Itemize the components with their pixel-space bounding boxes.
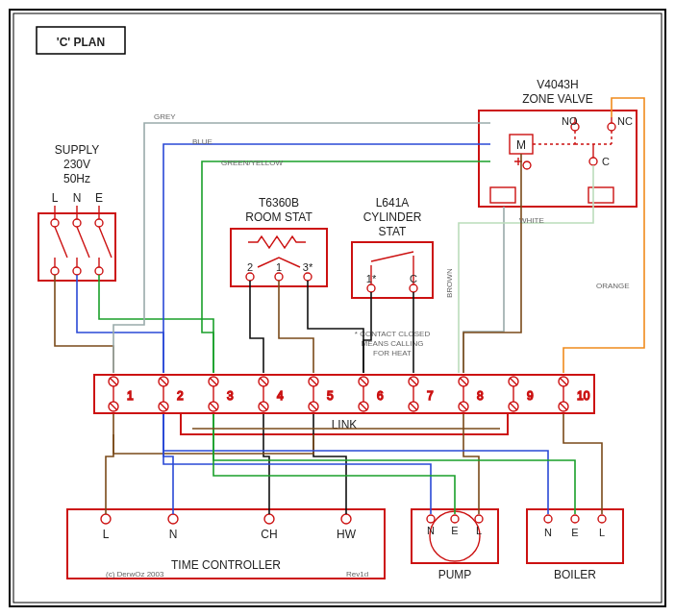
room-stat-t1: 2 bbox=[247, 261, 253, 273]
pump-N: N bbox=[427, 525, 435, 536]
zone-valve-c: C bbox=[602, 156, 610, 167]
tc-N: N bbox=[169, 528, 178, 541]
wire-label-gy: GREEN/YELLOW bbox=[221, 159, 283, 167]
tc-copyright: (c) DerwOz 2003 bbox=[106, 570, 164, 579]
wire-label-white: WHITE bbox=[519, 216, 544, 225]
room-stat-t2: 1 bbox=[276, 261, 282, 273]
tc-rev: Rev1d bbox=[346, 570, 368, 579]
boiler-block: N E L BOILER bbox=[527, 509, 623, 581]
boiler-N: N bbox=[544, 527, 552, 538]
cyl-note1: * CONTACT CLOSED bbox=[355, 330, 431, 338]
cyl-stat-name1: CYLINDER bbox=[363, 210, 422, 224]
supply-voltage: 230V bbox=[63, 158, 90, 171]
svg-rect-73 bbox=[352, 242, 433, 298]
title-text: 'C' PLAN bbox=[57, 36, 105, 49]
junction-t7: 7 bbox=[427, 389, 434, 403]
time-controller-block: L N CH HW TIME CONTROLLER (c) DerwOz 200… bbox=[67, 509, 385, 579]
junction-t4: 4 bbox=[277, 389, 284, 403]
zone-valve-model: V4043H bbox=[537, 78, 578, 91]
supply-freq: 50Hz bbox=[63, 172, 90, 185]
junction-box: LINK 1 2 3 bbox=[94, 375, 594, 434]
supply-block: SUPPLY 230V 50Hz L N E bbox=[38, 143, 115, 281]
pump-E: E bbox=[451, 525, 458, 536]
cyl-stat-t2: C bbox=[410, 273, 417, 284]
tc-HW: HW bbox=[337, 528, 357, 541]
cyl-stat-name2: STAT bbox=[379, 225, 408, 238]
wire-label-brown: BROWN bbox=[445, 268, 454, 298]
cyl-stat-t1: 1* bbox=[366, 273, 377, 284]
junction-t10: 10 bbox=[577, 389, 590, 403]
junction-t5: 5 bbox=[327, 389, 334, 403]
wire-label-grey: GREY bbox=[154, 112, 176, 121]
junction-t3: 3 bbox=[227, 389, 234, 403]
room-stat-model: T6360B bbox=[259, 196, 299, 209]
pump-name: PUMP bbox=[438, 568, 472, 581]
junction-t1: 1 bbox=[127, 389, 134, 403]
svg-rect-98 bbox=[412, 509, 498, 563]
supply-L: L bbox=[52, 191, 59, 205]
wiring-diagram: 'C' PLAN SUPPLY 230V 50Hz L N E LINK bbox=[0, 0, 675, 616]
tc-CH: CH bbox=[261, 528, 277, 541]
junction-t8: 8 bbox=[477, 389, 484, 403]
room-stat-name: ROOM STAT bbox=[245, 210, 312, 224]
supply-N: N bbox=[73, 191, 82, 205]
junction-t6: 6 bbox=[377, 389, 384, 403]
boiler-name: BOILER bbox=[554, 568, 596, 581]
zone-valve-block: V4043H ZONE VALVE M NO NC C bbox=[479, 78, 637, 207]
junction-t2: 2 bbox=[177, 389, 184, 403]
tc-name: TIME CONTROLLER bbox=[171, 558, 281, 572]
zone-valve-nc: NC bbox=[617, 115, 633, 127]
cyl-stat-model: L641A bbox=[376, 196, 410, 209]
junction-link: LINK bbox=[332, 418, 358, 431]
supply-label: SUPPLY bbox=[55, 143, 99, 157]
zone-valve-no: NO bbox=[562, 115, 578, 127]
wire-label-orange: ORANGE bbox=[596, 282, 630, 290]
junction-t9: 9 bbox=[527, 389, 534, 403]
supply-E: E bbox=[95, 191, 103, 205]
wire-label-blue: BLUE bbox=[192, 137, 212, 146]
zone-valve-name: ZONE VALVE bbox=[522, 92, 593, 106]
svg-rect-17 bbox=[94, 375, 594, 413]
zone-valve-m: M bbox=[516, 138, 526, 152]
tc-L: L bbox=[103, 528, 110, 541]
room-stat-block: T6360B ROOM STAT 2 1 3* bbox=[231, 196, 327, 286]
supply-box bbox=[38, 213, 115, 281]
cyl-note3: FOR HEAT bbox=[373, 349, 412, 357]
boiler-E: E bbox=[571, 527, 578, 538]
pump-block: N E L PUMP bbox=[412, 509, 498, 581]
pump-L: L bbox=[476, 525, 482, 536]
boiler-L: L bbox=[599, 527, 605, 538]
room-stat-t3: 3* bbox=[303, 261, 313, 273]
